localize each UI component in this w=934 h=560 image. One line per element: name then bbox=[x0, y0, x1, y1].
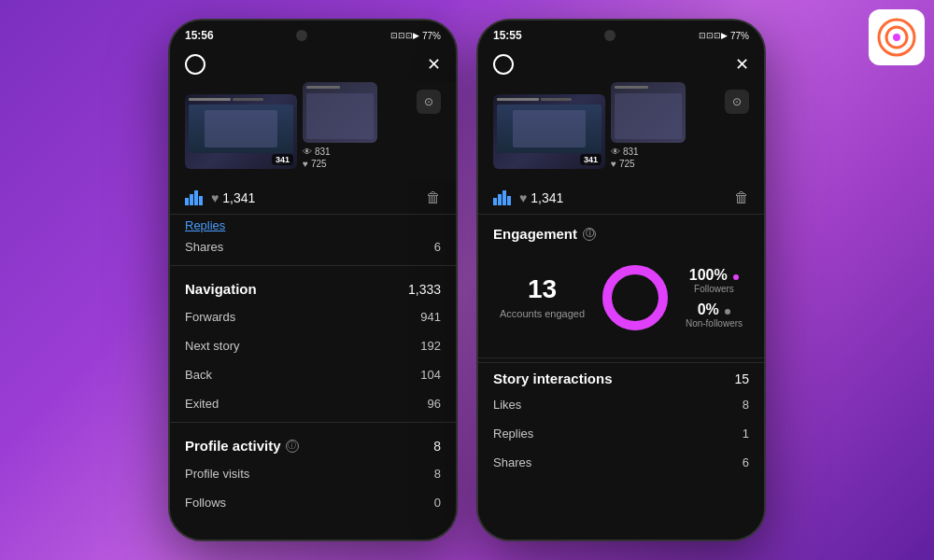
info-icon-profile-left: ⓘ bbox=[286, 440, 299, 453]
story-interactions-header: Story interactions 15 bbox=[478, 362, 764, 390]
followers-dot bbox=[733, 274, 739, 280]
divider1-left bbox=[170, 265, 456, 266]
story-preview-right: مثل... 341 👁 831 ♥ bbox=[478, 82, 764, 180]
content-right: Engagement ⓘ 13 Accounts engaged bbox=[478, 215, 764, 539]
donut-chart bbox=[598, 260, 672, 335]
engagement-title: Engagement ⓘ bbox=[493, 226, 749, 242]
status-bar-left: 15:56 ⊡⊡⊡▶ 77% bbox=[170, 21, 456, 47]
profile-activity-header-left: Profile activity ⓘ 8 bbox=[170, 427, 456, 459]
shares-row-left: Shares 6 bbox=[170, 232, 456, 261]
delete-button-right[interactable]: 🗑 bbox=[734, 189, 749, 206]
content-left: Replies Shares 6 Navigation 1,333 Forwar… bbox=[170, 215, 456, 539]
phones-container: 15:56 ⊡⊡⊡▶ 77% ✕ bbox=[168, 19, 766, 541]
divider2-left bbox=[170, 422, 456, 423]
svg-rect-4 bbox=[190, 194, 193, 205]
metrics-bar-left: ♥ 1,341 🗑 bbox=[170, 180, 456, 215]
follows-row-left: Follows 0 bbox=[170, 488, 456, 517]
total-views-left: ♥ 1,341 bbox=[211, 190, 255, 205]
story-thumb-main-left: مثل... 341 bbox=[185, 94, 297, 169]
view-badge-right: 341 bbox=[580, 154, 601, 165]
svg-rect-7 bbox=[493, 198, 497, 205]
svg-rect-9 bbox=[502, 190, 506, 205]
svg-rect-3 bbox=[185, 198, 189, 205]
close-button-left[interactable]: ✕ bbox=[427, 54, 441, 75]
nonfollowers-stat: 0% Non-followers bbox=[686, 301, 743, 329]
camera-dot-right bbox=[604, 30, 616, 41]
svg-point-12 bbox=[607, 270, 663, 326]
replies-cutoff-left: Replies bbox=[170, 215, 456, 232]
brand-icon bbox=[869, 9, 925, 65]
phone-right: 15:55 ⊡⊡⊡▶ 77% ✕ bbox=[476, 19, 766, 541]
story-thumb-side1-right bbox=[611, 82, 686, 143]
camera-dot-left bbox=[296, 30, 307, 41]
close-button-right[interactable]: ✕ bbox=[735, 54, 749, 75]
shares-row-right: Shares 6 bbox=[478, 448, 764, 477]
bar-chart-icon-right bbox=[493, 190, 512, 205]
bar-chart-icon-left bbox=[185, 190, 204, 205]
time-right: 15:55 bbox=[493, 29, 522, 42]
back-row-left: Back 104 bbox=[170, 360, 456, 389]
top-bar-right: ✕ bbox=[478, 47, 764, 82]
total-views-right: ♥ 1,341 bbox=[519, 190, 563, 205]
info-icon-engagement: ⓘ bbox=[583, 228, 596, 241]
svg-point-2 bbox=[893, 34, 900, 41]
camera-button-right[interactable]: ⊙ bbox=[725, 90, 749, 114]
metrics-bar-right: ♥ 1,341 🗑 bbox=[478, 180, 764, 215]
exited-row-left: Exited 96 bbox=[170, 389, 456, 418]
svg-rect-10 bbox=[507, 196, 511, 205]
divider1-right bbox=[478, 357, 764, 358]
forwards-row-left: Forwards 941 bbox=[170, 302, 456, 331]
svg-rect-6 bbox=[199, 196, 203, 205]
delete-button-left[interactable]: 🗑 bbox=[426, 189, 441, 206]
circle-icon-left[interactable] bbox=[185, 54, 205, 75]
nonfollowers-dot bbox=[725, 309, 730, 315]
battery-left: ⊡⊡⊡▶ 77% bbox=[390, 31, 441, 41]
phone-left: 15:56 ⊡⊡⊡▶ 77% ✕ bbox=[168, 19, 458, 541]
accounts-engaged: 13 Accounts engaged bbox=[500, 274, 585, 321]
circle-icon-right[interactable] bbox=[493, 54, 514, 75]
svg-rect-5 bbox=[194, 190, 198, 205]
followers-stat: 100% Followers bbox=[686, 267, 743, 294]
story-preview-left: مثل... 341 👁 831 ♥ bbox=[170, 82, 456, 180]
battery-right: ⊡⊡⊡▶ 77% bbox=[699, 31, 749, 41]
next-story-row-left: Next story 192 bbox=[170, 331, 456, 360]
likes-row-right: Likes 8 bbox=[478, 390, 764, 419]
svg-rect-8 bbox=[498, 194, 502, 205]
view-badge-left: 341 bbox=[272, 154, 293, 165]
navigation-header-left: Navigation 1,333 bbox=[170, 270, 456, 302]
engagement-content: 13 Accounts engaged bbox=[493, 253, 749, 343]
story-thumb-main-right: مثل... 341 bbox=[493, 94, 605, 169]
top-bar-left: ✕ bbox=[170, 47, 456, 82]
replies-row-right: Replies 1 bbox=[478, 419, 764, 448]
status-bar-right: 15:55 ⊡⊡⊡▶ 77% bbox=[478, 21, 764, 47]
engagement-section: Engagement ⓘ 13 Accounts engaged bbox=[478, 215, 764, 354]
camera-button-left[interactable]: ⊙ bbox=[417, 90, 441, 114]
time-left: 15:56 bbox=[185, 29, 214, 42]
story-thumb-side1-left bbox=[303, 82, 377, 143]
profile-visits-row-left: Profile visits 8 bbox=[170, 459, 456, 488]
